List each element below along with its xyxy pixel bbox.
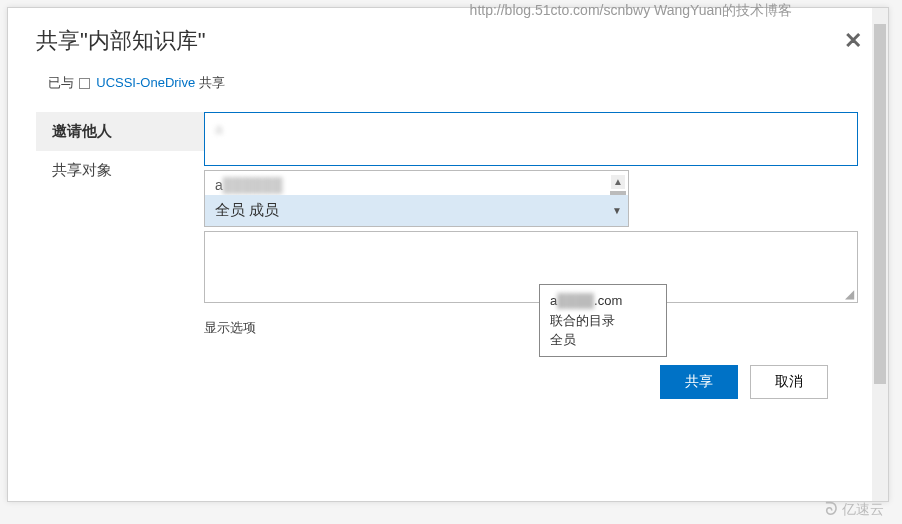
show-options-link[interactable]: 显示选项 <box>204 319 858 337</box>
watermark-top: http://blog.51cto.com/scnbwy WangYuan的技术… <box>470 2 792 20</box>
share-dialog: 共享"内部知识库" ✕ 已与 UCSSI-OneDrive 共享 邀请他人 共享… <box>7 7 889 502</box>
dialog-footer: 共享 取消 <box>204 337 858 419</box>
watermark-logo: ᘐ 亿速云 <box>825 499 884 520</box>
tooltip-line1: a████.com <box>550 291 656 311</box>
people-picker-input[interactable]: a <box>204 112 858 166</box>
suggestion-text-visible: a <box>215 177 223 193</box>
suggestion-tooltip: a████.com 联合的目录 全员 <box>539 284 667 357</box>
shared-with-line: 已与 UCSSI-OneDrive 共享 <box>8 66 888 100</box>
sidebar: 邀请他人 共享对象 <box>8 112 204 419</box>
main-panel: a a██████ ▲ 全员 成员 ▼ ◢ 显示选项 <box>204 112 888 419</box>
resize-grip-icon[interactable]: ◢ <box>845 290 855 300</box>
sidebar-item-shared-with[interactable]: 共享对象 <box>36 151 204 190</box>
suggestion-selected-label: 全员 成员 <box>215 201 279 218</box>
dialog-title: 共享"内部知识库" <box>36 26 860 56</box>
suggestion-row-1[interactable]: a██████ ▲ <box>205 171 628 195</box>
cloud-icon: ᘐ <box>825 499 838 520</box>
sidebar-item-invite[interactable]: 邀请他人 <box>36 112 204 151</box>
shared-checkbox[interactable] <box>79 78 90 89</box>
dropdown-scroll-up-icon[interactable]: ▲ <box>611 175 625 189</box>
share-button[interactable]: 共享 <box>660 365 738 399</box>
people-suggestion-dropdown: a██████ ▲ 全员 成员 ▼ <box>204 170 629 227</box>
cancel-button[interactable]: 取消 <box>750 365 828 399</box>
watermark-logo-text: 亿速云 <box>842 501 884 519</box>
tooltip-line3: 全员 <box>550 330 656 350</box>
suggestion-row-selected[interactable]: 全员 成员 ▼ <box>205 195 628 226</box>
shared-prefix: 已与 <box>48 75 74 90</box>
chevron-down-icon[interactable]: ▼ <box>612 205 622 216</box>
close-icon[interactable]: ✕ <box>844 30 862 52</box>
shared-entity-link[interactable]: UCSSI-OneDrive <box>96 75 195 90</box>
people-input-text: a <box>215 121 223 137</box>
message-textarea[interactable]: ◢ <box>204 231 858 303</box>
shared-suffix: 共享 <box>199 75 225 90</box>
tooltip-line2: 联合的目录 <box>550 311 656 331</box>
